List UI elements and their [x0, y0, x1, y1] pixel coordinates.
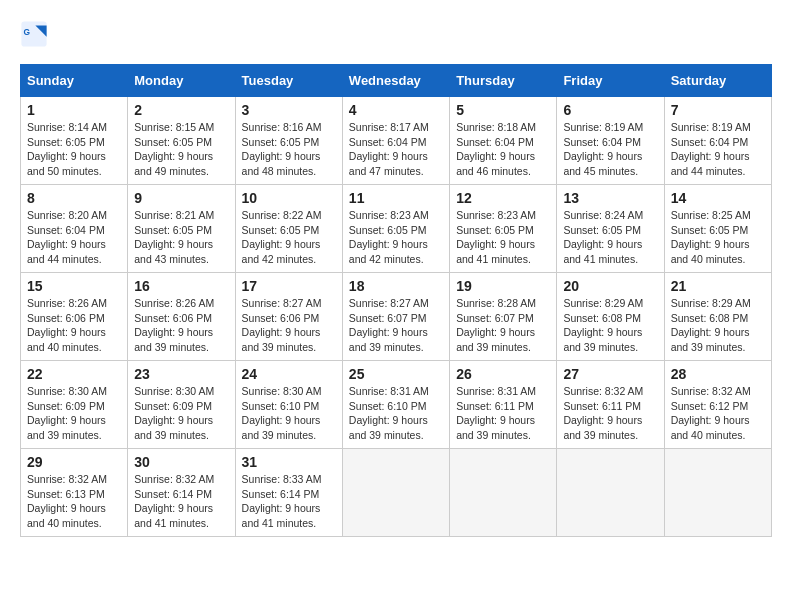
- cell-text: Sunrise: 8:29 AMSunset: 6:08 PMDaylight:…: [563, 296, 657, 355]
- week-row-5: 29Sunrise: 8:32 AMSunset: 6:13 PMDayligh…: [21, 449, 772, 537]
- day-number: 20: [563, 278, 657, 294]
- cell-text: Sunrise: 8:27 AMSunset: 6:06 PMDaylight:…: [242, 296, 336, 355]
- day-number: 12: [456, 190, 550, 206]
- calendar-cell: 14Sunrise: 8:25 AMSunset: 6:05 PMDayligh…: [664, 185, 771, 273]
- cell-text: Sunrise: 8:32 AMSunset: 6:11 PMDaylight:…: [563, 384, 657, 443]
- calendar-cell: 15Sunrise: 8:26 AMSunset: 6:06 PMDayligh…: [21, 273, 128, 361]
- day-number: 7: [671, 102, 765, 118]
- cell-text: Sunrise: 8:29 AMSunset: 6:08 PMDaylight:…: [671, 296, 765, 355]
- cell-text: Sunrise: 8:22 AMSunset: 6:05 PMDaylight:…: [242, 208, 336, 267]
- weekday-header-row: SundayMondayTuesdayWednesdayThursdayFrid…: [21, 65, 772, 97]
- calendar-cell: 10Sunrise: 8:22 AMSunset: 6:05 PMDayligh…: [235, 185, 342, 273]
- cell-text: Sunrise: 8:14 AMSunset: 6:05 PMDaylight:…: [27, 120, 121, 179]
- calendar-cell: 18Sunrise: 8:27 AMSunset: 6:07 PMDayligh…: [342, 273, 449, 361]
- calendar-cell: 26Sunrise: 8:31 AMSunset: 6:11 PMDayligh…: [450, 361, 557, 449]
- cell-text: Sunrise: 8:18 AMSunset: 6:04 PMDaylight:…: [456, 120, 550, 179]
- cell-text: Sunrise: 8:23 AMSunset: 6:05 PMDaylight:…: [456, 208, 550, 267]
- calendar-cell: [450, 449, 557, 537]
- day-number: 31: [242, 454, 336, 470]
- cell-text: Sunrise: 8:26 AMSunset: 6:06 PMDaylight:…: [134, 296, 228, 355]
- week-row-4: 22Sunrise: 8:30 AMSunset: 6:09 PMDayligh…: [21, 361, 772, 449]
- day-number: 1: [27, 102, 121, 118]
- calendar-cell: 25Sunrise: 8:31 AMSunset: 6:10 PMDayligh…: [342, 361, 449, 449]
- calendar-cell: 16Sunrise: 8:26 AMSunset: 6:06 PMDayligh…: [128, 273, 235, 361]
- calendar-cell: 29Sunrise: 8:32 AMSunset: 6:13 PMDayligh…: [21, 449, 128, 537]
- logo: G: [20, 20, 52, 48]
- calendar-cell: 27Sunrise: 8:32 AMSunset: 6:11 PMDayligh…: [557, 361, 664, 449]
- day-number: 28: [671, 366, 765, 382]
- day-number: 15: [27, 278, 121, 294]
- day-number: 3: [242, 102, 336, 118]
- weekday-header-saturday: Saturday: [664, 65, 771, 97]
- weekday-header-sunday: Sunday: [21, 65, 128, 97]
- day-number: 11: [349, 190, 443, 206]
- day-number: 4: [349, 102, 443, 118]
- cell-text: Sunrise: 8:32 AMSunset: 6:13 PMDaylight:…: [27, 472, 121, 531]
- cell-text: Sunrise: 8:30 AMSunset: 6:10 PMDaylight:…: [242, 384, 336, 443]
- calendar-cell: 7Sunrise: 8:19 AMSunset: 6:04 PMDaylight…: [664, 97, 771, 185]
- day-number: 30: [134, 454, 228, 470]
- day-number: 19: [456, 278, 550, 294]
- day-number: 26: [456, 366, 550, 382]
- calendar-cell: 2Sunrise: 8:15 AMSunset: 6:05 PMDaylight…: [128, 97, 235, 185]
- weekday-header-friday: Friday: [557, 65, 664, 97]
- calendar-cell: 4Sunrise: 8:17 AMSunset: 6:04 PMDaylight…: [342, 97, 449, 185]
- calendar-cell: 31Sunrise: 8:33 AMSunset: 6:14 PMDayligh…: [235, 449, 342, 537]
- weekday-header-monday: Monday: [128, 65, 235, 97]
- cell-text: Sunrise: 8:32 AMSunset: 6:12 PMDaylight:…: [671, 384, 765, 443]
- day-number: 10: [242, 190, 336, 206]
- calendar-cell: [342, 449, 449, 537]
- calendar-cell: 12Sunrise: 8:23 AMSunset: 6:05 PMDayligh…: [450, 185, 557, 273]
- cell-text: Sunrise: 8:15 AMSunset: 6:05 PMDaylight:…: [134, 120, 228, 179]
- day-number: 16: [134, 278, 228, 294]
- day-number: 5: [456, 102, 550, 118]
- calendar-cell: 30Sunrise: 8:32 AMSunset: 6:14 PMDayligh…: [128, 449, 235, 537]
- day-number: 13: [563, 190, 657, 206]
- calendar-cell: 13Sunrise: 8:24 AMSunset: 6:05 PMDayligh…: [557, 185, 664, 273]
- cell-text: Sunrise: 8:21 AMSunset: 6:05 PMDaylight:…: [134, 208, 228, 267]
- calendar-cell: 5Sunrise: 8:18 AMSunset: 6:04 PMDaylight…: [450, 97, 557, 185]
- cell-text: Sunrise: 8:31 AMSunset: 6:10 PMDaylight:…: [349, 384, 443, 443]
- calendar-cell: 24Sunrise: 8:30 AMSunset: 6:10 PMDayligh…: [235, 361, 342, 449]
- cell-text: Sunrise: 8:27 AMSunset: 6:07 PMDaylight:…: [349, 296, 443, 355]
- day-number: 8: [27, 190, 121, 206]
- day-number: 6: [563, 102, 657, 118]
- day-number: 25: [349, 366, 443, 382]
- cell-text: Sunrise: 8:33 AMSunset: 6:14 PMDaylight:…: [242, 472, 336, 531]
- cell-text: Sunrise: 8:19 AMSunset: 6:04 PMDaylight:…: [671, 120, 765, 179]
- cell-text: Sunrise: 8:26 AMSunset: 6:06 PMDaylight:…: [27, 296, 121, 355]
- cell-text: Sunrise: 8:32 AMSunset: 6:14 PMDaylight:…: [134, 472, 228, 531]
- day-number: 18: [349, 278, 443, 294]
- calendar-cell: 23Sunrise: 8:30 AMSunset: 6:09 PMDayligh…: [128, 361, 235, 449]
- weekday-header-thursday: Thursday: [450, 65, 557, 97]
- cell-text: Sunrise: 8:31 AMSunset: 6:11 PMDaylight:…: [456, 384, 550, 443]
- cell-text: Sunrise: 8:28 AMSunset: 6:07 PMDaylight:…: [456, 296, 550, 355]
- calendar-cell: 8Sunrise: 8:20 AMSunset: 6:04 PMDaylight…: [21, 185, 128, 273]
- cell-text: Sunrise: 8:25 AMSunset: 6:05 PMDaylight:…: [671, 208, 765, 267]
- svg-text:G: G: [24, 27, 31, 37]
- calendar-cell: 11Sunrise: 8:23 AMSunset: 6:05 PMDayligh…: [342, 185, 449, 273]
- day-number: 24: [242, 366, 336, 382]
- week-row-3: 15Sunrise: 8:26 AMSunset: 6:06 PMDayligh…: [21, 273, 772, 361]
- cell-text: Sunrise: 8:30 AMSunset: 6:09 PMDaylight:…: [27, 384, 121, 443]
- calendar-cell: 1Sunrise: 8:14 AMSunset: 6:05 PMDaylight…: [21, 97, 128, 185]
- day-number: 9: [134, 190, 228, 206]
- week-row-2: 8Sunrise: 8:20 AMSunset: 6:04 PMDaylight…: [21, 185, 772, 273]
- calendar-cell: 6Sunrise: 8:19 AMSunset: 6:04 PMDaylight…: [557, 97, 664, 185]
- day-number: 29: [27, 454, 121, 470]
- calendar-cell: 21Sunrise: 8:29 AMSunset: 6:08 PMDayligh…: [664, 273, 771, 361]
- day-number: 27: [563, 366, 657, 382]
- page-header: G: [20, 20, 772, 48]
- calendar-cell: 28Sunrise: 8:32 AMSunset: 6:12 PMDayligh…: [664, 361, 771, 449]
- calendar-cell: 9Sunrise: 8:21 AMSunset: 6:05 PMDaylight…: [128, 185, 235, 273]
- day-number: 14: [671, 190, 765, 206]
- calendar-cell: 22Sunrise: 8:30 AMSunset: 6:09 PMDayligh…: [21, 361, 128, 449]
- day-number: 2: [134, 102, 228, 118]
- logo-icon: G: [20, 20, 48, 48]
- day-number: 22: [27, 366, 121, 382]
- weekday-header-tuesday: Tuesday: [235, 65, 342, 97]
- day-number: 23: [134, 366, 228, 382]
- calendar-cell: 19Sunrise: 8:28 AMSunset: 6:07 PMDayligh…: [450, 273, 557, 361]
- calendar-cell: [557, 449, 664, 537]
- day-number: 17: [242, 278, 336, 294]
